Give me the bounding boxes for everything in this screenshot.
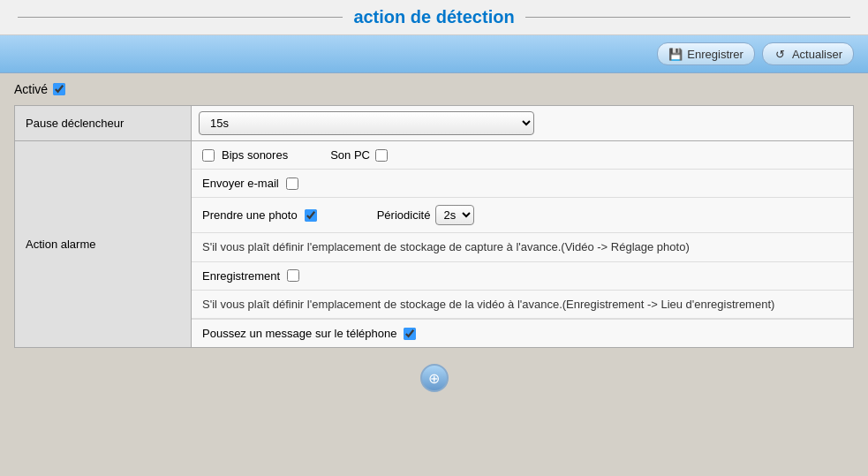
email-label: Envoyer e-mail — [202, 177, 279, 190]
son-pc-label: Son PC — [330, 148, 370, 162]
save-button[interactable]: 💾 Enregistrer — [657, 42, 755, 65]
recording-row: Enregistrement — [192, 262, 853, 291]
push-checkbox[interactable] — [404, 328, 416, 340]
photo-checkbox[interactable] — [305, 209, 317, 222]
bips-row: Bips sonores Son PC — [192, 141, 853, 170]
recording-note: S'il vous plaît définir l'emplacement de… — [202, 298, 774, 311]
nav-icon[interactable]: ⊕ — [420, 364, 449, 392]
photo-label: Prendre une photo — [202, 208, 298, 222]
photo-row: Prendre une photo Périodicité 1s 2s 3s 5… — [192, 198, 853, 233]
periodicite-group: Périodicité 1s 2s 3s 5s — [377, 205, 475, 225]
title-bar: action de détection — [0, 0, 868, 35]
alarm-label: Action alarme — [26, 238, 95, 251]
content-area: Activé Pause déclencheur 5s 10s — [0, 73, 868, 357]
active-checkbox[interactable] — [53, 83, 65, 95]
son-pc-group: Son PC — [330, 148, 388, 162]
refresh-label: Actualiser — [792, 48, 842, 61]
pause-select[interactable]: 5s 10s 15s 30s 1min 2min 5min — [199, 111, 534, 135]
refresh-icon: ↺ — [774, 47, 788, 61]
main-table: Pause déclencheur 5s 10s 15s 30s 1min 2m… — [14, 105, 854, 348]
bips-label: Bips sonores — [222, 148, 288, 162]
pause-label: Pause déclencheur — [26, 117, 124, 130]
periodicite-select[interactable]: 1s 2s 3s 5s — [435, 205, 474, 225]
alarm-content-cell: Bips sonores Son PC Envoyer e-mail — [192, 141, 854, 348]
email-row: Envoyer e-mail — [192, 170, 853, 198]
pause-select-wrapper: 5s 10s 15s 30s 1min 2min 5min — [192, 106, 853, 140]
photo-note: S'il vous plaît définir l'emplacement de… — [202, 240, 690, 253]
active-row: Activé — [14, 82, 854, 96]
recording-description: S'il vous plaît définir l'emplacement de… — [192, 291, 853, 320]
pause-row: Pause déclencheur 5s 10s 15s 30s 1min 2m… — [15, 106, 854, 141]
bottom-bar: ⊕ — [0, 357, 868, 399]
recording-label: Enregistrement — [202, 269, 280, 283]
page-container: action de détection 💾 Enregistrer ↺ Actu… — [0, 0, 868, 399]
photo-description: S'il vous plaît définir l'emplacement de… — [192, 233, 853, 262]
bips-sonores-checkbox[interactable] — [202, 149, 215, 162]
pause-label-cell: Pause déclencheur — [15, 106, 192, 141]
email-checkbox[interactable] — [286, 178, 298, 190]
pause-content-cell: 5s 10s 15s 30s 1min 2min 5min — [192, 106, 854, 141]
refresh-button[interactable]: ↺ Actualiser — [762, 42, 854, 65]
alarm-action-row: Action alarme Bips sonores Son PC — [15, 141, 854, 348]
son-pc-checkbox[interactable] — [375, 149, 388, 162]
active-label: Activé — [14, 82, 48, 96]
push-row: Poussez un message sur le téléphone — [192, 319, 853, 347]
recording-checkbox[interactable] — [287, 269, 299, 282]
save-icon: 💾 — [668, 47, 683, 61]
periodicite-label: Périodicité — [377, 208, 431, 222]
alarm-label-cell: Action alarme — [15, 141, 192, 348]
push-label: Poussez un message sur le téléphone — [202, 327, 396, 340]
toolbar: 💾 Enregistrer ↺ Actualiser — [0, 35, 868, 73]
page-title: action de détection — [353, 7, 514, 27]
save-label: Enregistrer — [687, 48, 743, 61]
